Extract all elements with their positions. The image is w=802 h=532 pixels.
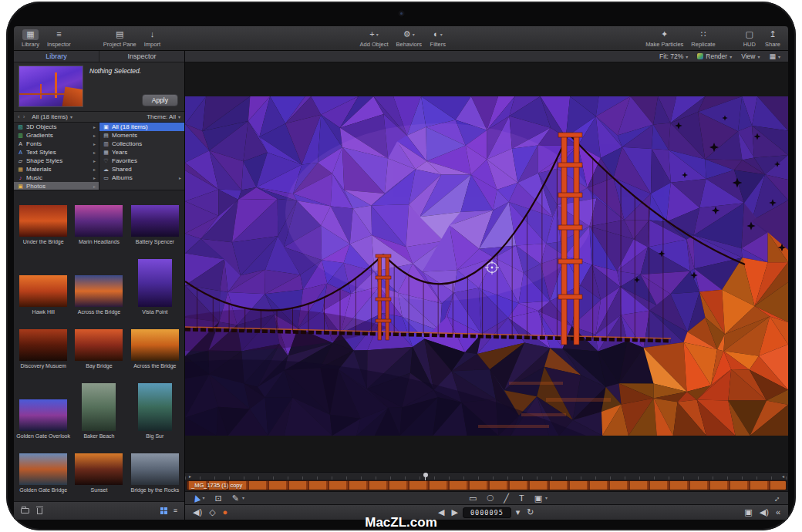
render-control[interactable]: Render▾ bbox=[697, 52, 732, 60]
toolbar-group-project: ▤Project Pane↓Import bbox=[103, 29, 160, 48]
fit-control[interactable]: Fit: 72%▾ bbox=[659, 52, 688, 60]
share-button[interactable]: ↥Share bbox=[765, 29, 780, 48]
photo-item-golden-gate-bridge[interactable]: Golden Gate Bridge bbox=[15, 453, 71, 493]
photo-item-bridge-by-the-rocks[interactable]: Bridge by the Rocks bbox=[127, 453, 183, 493]
location-dropdown[interactable]: All (18 items)▾ bbox=[32, 113, 72, 120]
cursor-tool[interactable]: ▶▾ bbox=[193, 494, 204, 503]
expand-tool[interactable]: ↔ bbox=[772, 494, 780, 503]
rect-tool-tool[interactable]: ▭ bbox=[469, 494, 477, 503]
photo-thumbnail[interactable] bbox=[131, 453, 179, 485]
canvas-artwork[interactable] bbox=[185, 96, 788, 436]
collection-favorites[interactable]: ♡Favorites bbox=[99, 157, 184, 165]
photo-item-big-sur[interactable]: Big Sur bbox=[127, 383, 183, 439]
tab-library[interactable]: Library bbox=[14, 51, 99, 62]
hud-button[interactable]: ▢HUD bbox=[742, 29, 757, 48]
in-point-icon[interactable]: ▸ bbox=[189, 473, 191, 479]
category-photos[interactable]: ▣Photos▸ bbox=[14, 182, 99, 190]
photo-label: Across the Bridge bbox=[78, 309, 120, 315]
caret-down-icon: ▾ bbox=[686, 54, 688, 59]
category-gradients[interactable]: ▥Gradients▸ bbox=[14, 131, 99, 140]
collection-collections[interactable]: ▥Collections bbox=[99, 140, 184, 148]
collection-years[interactable]: ▦Years bbox=[99, 148, 184, 157]
photo-item-discovery-musuem[interactable]: Discovery Musuem bbox=[15, 329, 71, 369]
photo-thumbnail[interactable] bbox=[19, 329, 67, 361]
trash-icon[interactable] bbox=[37, 508, 42, 514]
tab-inspector[interactable]: Inspector bbox=[99, 51, 184, 62]
photo-thumbnail[interactable] bbox=[82, 383, 116, 431]
collection-albums[interactable]: ▭Albums▸ bbox=[99, 173, 184, 182]
toolbar-label: Make Particles bbox=[645, 41, 683, 48]
category-music[interactable]: ♪Music▸ bbox=[14, 173, 99, 182]
photo-label: Hawk Hill bbox=[32, 309, 55, 315]
photo-item-baker-beach[interactable]: Baker Beach bbox=[71, 383, 126, 439]
filters-button[interactable]: ◐▾Filters bbox=[430, 29, 446, 48]
photo-item-across-the-bridge[interactable]: Across the Bridge bbox=[71, 275, 126, 315]
transform-icon: ⊡ bbox=[214, 494, 221, 503]
layer-bar[interactable]: _MG_1735 (1) copy bbox=[187, 480, 787, 490]
theme-dropdown[interactable]: Theme: All▾ bbox=[147, 113, 180, 120]
layout-control[interactable]: ▦▾ bbox=[769, 53, 780, 60]
category-materials[interactable]: ▦Materials▸ bbox=[14, 165, 99, 173]
category-3d-objects[interactable]: ▧3D Objects▸ bbox=[14, 123, 99, 131]
forward-icon[interactable]: › bbox=[23, 113, 25, 120]
photo-item-battery-spencer[interactable]: Battery Spencer bbox=[127, 205, 183, 245]
collection-moments[interactable]: ▤Moments bbox=[99, 131, 184, 140]
category-shape-styles[interactable]: ▱Shape Styles▸ bbox=[14, 157, 99, 165]
project-pane-button[interactable]: ▤Project Pane bbox=[103, 29, 136, 48]
grid-view-icon[interactable] bbox=[160, 507, 167, 514]
photo-thumbnail[interactable] bbox=[138, 259, 172, 307]
tools-center-group: ▭◯╱T▣▾ bbox=[469, 494, 548, 503]
transform-tool[interactable]: ⊡ bbox=[214, 494, 221, 503]
photo-item-sunset[interactable]: Sunset bbox=[71, 453, 126, 493]
photo-item-under-the-bridge[interactable]: Under the Bridge bbox=[15, 205, 71, 245]
category-text-styles[interactable]: AText Styles▸ bbox=[14, 148, 99, 157]
photo-item-marin-headlands[interactable]: Marin Headlands bbox=[71, 205, 126, 245]
caret-down-icon: ▾ bbox=[778, 54, 780, 59]
grid-icon: ▦ bbox=[769, 53, 776, 60]
years-icon: ▦ bbox=[103, 150, 110, 156]
photo-thumbnail[interactable] bbox=[19, 205, 67, 237]
photo-thumbnail[interactable] bbox=[131, 329, 179, 361]
collection-all-18-items[interactable]: ▣All (18 items) bbox=[99, 123, 184, 131]
photo-label: Discovery Musuem bbox=[20, 363, 66, 369]
view-control[interactable]: View▾ bbox=[741, 52, 760, 60]
category-fonts[interactable]: AFonts▸ bbox=[14, 140, 99, 148]
canvas-viewport[interactable] bbox=[185, 62, 788, 472]
preview-thumbnail[interactable] bbox=[19, 66, 83, 107]
apply-button[interactable]: Apply bbox=[142, 94, 178, 106]
collection-shared[interactable]: ☁Shared bbox=[99, 165, 184, 173]
photo-item-bay-bridge[interactable]: Bay Bridge bbox=[71, 329, 126, 369]
behaviors-button[interactable]: ⚙▾Behaviors bbox=[396, 29, 422, 48]
line-tool-tool[interactable]: ╱ bbox=[504, 494, 509, 503]
playhead-icon[interactable] bbox=[423, 473, 428, 477]
folder-icon[interactable] bbox=[21, 508, 29, 513]
photo-item-across-the-bridge[interactable]: Across the Bridge bbox=[127, 329, 183, 369]
photo-thumbnail[interactable] bbox=[19, 275, 67, 307]
list-view-icon[interactable]: ≡ bbox=[174, 507, 177, 514]
photo-item-hawk-hill[interactable]: Hawk Hill bbox=[15, 275, 71, 315]
timeline-ruler[interactable]: ▸ ◂ bbox=[185, 472, 788, 480]
back-icon[interactable]: ‹ bbox=[18, 113, 20, 120]
replicate-button[interactable]: ∷Replicate bbox=[691, 29, 715, 48]
library-button[interactable]: ▦Library bbox=[22, 29, 39, 48]
brush-tool[interactable]: ✎▾ bbox=[232, 494, 244, 503]
make-particles-button[interactable]: ✦Make Particles bbox=[645, 29, 683, 48]
photo-thumbnail[interactable] bbox=[75, 453, 123, 485]
shape-tool-tool[interactable]: ▣▾ bbox=[534, 494, 548, 503]
photo-item-vista-point[interactable]: Vista Point bbox=[127, 259, 183, 315]
photo-item-golden-gate-overlook[interactable]: Golden Gate Overlook bbox=[15, 399, 71, 439]
photo-thumbnail[interactable] bbox=[75, 275, 123, 307]
inspector-button[interactable]: ≡Inspector bbox=[47, 29, 71, 48]
photo-thumbnail[interactable] bbox=[19, 453, 67, 485]
photo-thumbnail[interactable] bbox=[131, 205, 179, 237]
circle-tool-tool[interactable]: ◯ bbox=[487, 495, 494, 501]
browser-columns: ▧3D Objects▸▥Gradients▸AFonts▸AText Styl… bbox=[14, 123, 184, 190]
import-button[interactable]: ↓Import bbox=[144, 29, 160, 48]
photo-thumbnail[interactable] bbox=[75, 205, 123, 237]
photo-thumbnail[interactable] bbox=[75, 329, 123, 361]
add-object-button[interactable]: +▾Add Object bbox=[360, 29, 389, 48]
photo-thumbnail[interactable] bbox=[19, 399, 67, 431]
text-tool-tool[interactable]: T bbox=[519, 494, 524, 503]
out-point-icon[interactable]: ◂ bbox=[782, 473, 784, 479]
photo-thumbnail[interactable] bbox=[138, 383, 172, 431]
